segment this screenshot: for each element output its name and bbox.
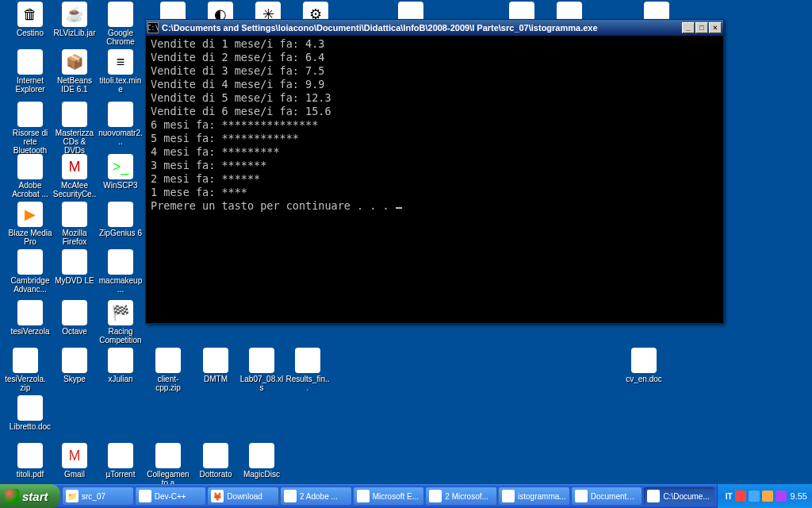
desktop-icon[interactable]: Google Chrome	[98, 2, 143, 46]
desktop-icon[interactable]: Zclient-cpp.zip	[146, 348, 190, 392]
icon-label: Lab07_08.xls	[239, 375, 284, 392]
task-icon: 📁	[66, 490, 79, 502]
tray-icon[interactable]	[749, 491, 760, 502]
app-icon: Z	[13, 348, 38, 373]
desktop-icon[interactable]: PResults_fin...	[285, 348, 330, 392]
desktop-icon[interactable]: Mozilla Firefox	[52, 202, 97, 246]
desktop-icon[interactable]: Wcv_en.doc	[622, 348, 666, 383]
taskbar-button[interactable]: ▪C:\Docume...	[643, 487, 715, 506]
app-icon: 🗑	[17, 2, 43, 27]
task-icon: ▪	[647, 490, 660, 502]
start-button[interactable]: start	[0, 484, 60, 508]
app-icon	[203, 348, 228, 373]
desktop-icon[interactable]: ZZipGenius 6	[98, 202, 143, 237]
app-icon: Z	[155, 348, 181, 373]
icon-label: titoli.tex.mine	[98, 76, 143, 94]
taskbar: start 📁src_07◧Dev-C++🦊DownloadA2 Adobe .…	[0, 484, 812, 508]
icon-label: RLVizLib.jar	[52, 29, 97, 37]
desktop-icon[interactable]: Ptitoli.pdf	[8, 443, 52, 479]
desktop-icon[interactable]: ◎Octave	[52, 300, 97, 336]
app-icon: P	[17, 443, 43, 468]
taskbar-button[interactable]: ◧Dev-C++	[135, 487, 207, 506]
task-label: C:\Docume...	[663, 492, 709, 501]
clock[interactable]: 9.55	[791, 491, 807, 501]
app-icon: ◎	[62, 300, 87, 325]
minimize-button[interactable]: _	[682, 22, 695, 33]
desktop-icon[interactable]: eInternet Explorer	[8, 49, 52, 94]
icon-label: DMTM	[193, 375, 238, 383]
desktop-icon[interactable]: SSkype	[52, 348, 97, 383]
desktop-icon[interactable]: 🗑Cestino	[8, 2, 52, 37]
desktop-icon[interactable]: ☕RLVizLib.jar	[52, 2, 97, 37]
taskbar-buttons: 📁src_07◧Dev-C++🦊DownloadA2 Adobe ...XMic…	[60, 484, 717, 508]
desktop-icon[interactable]: µµTorrent	[98, 443, 143, 479]
desktop-icon[interactable]: 📦NetBeans IDE 6.1	[52, 49, 97, 94]
desktop-icon[interactable]: MagicDisc	[239, 443, 284, 479]
desktop-icon[interactable]: Dottorato	[193, 443, 238, 479]
app-icon	[108, 102, 133, 127]
icon-label: Gmail	[52, 470, 97, 479]
desktop-icon[interactable]: ▶Blaze Media Pro	[8, 202, 52, 246]
desktop-icon[interactable]: nuovomatr2...	[98, 102, 143, 146]
icon-label: µTorrent	[98, 470, 143, 479]
tray-icon[interactable]	[762, 491, 773, 502]
task-label: Dev-C++	[155, 492, 186, 501]
task-label: src_07	[82, 492, 105, 501]
task-icon: ⊞	[502, 490, 515, 502]
taskbar-button[interactable]: WDocumento ...	[571, 487, 643, 506]
taskbar-button[interactable]: A2 Adobe ...	[280, 487, 352, 506]
console-output[interactable]: Vendite di 1 mese/i fa: 4.3 Vendite di 2…	[149, 36, 720, 320]
app-icon	[203, 443, 228, 468]
app-icon: 🏁	[108, 300, 133, 325]
icon-label: MyDVD LE	[52, 276, 97, 285]
desktop-icon[interactable]: >_WinSCP3	[98, 154, 143, 190]
task-icon: ◧	[139, 490, 151, 502]
system-tray[interactable]: IT 9.55	[717, 484, 812, 508]
desktop-icon[interactable]: xJulian	[98, 348, 143, 383]
icon-label: Cestino	[8, 29, 52, 37]
app-icon: W	[17, 395, 43, 421]
desktop-icon[interactable]: ≡titoli.tex.mine	[98, 49, 143, 94]
app-icon: W	[631, 348, 657, 373]
titlebar[interactable]: C:\ C:\Documents and Settings\loiacono\D…	[146, 20, 723, 36]
desktop-icon[interactable]: Cambridge Advanc...	[8, 249, 52, 294]
cmd-icon: C:\	[147, 22, 159, 33]
app-icon: e	[17, 49, 43, 75]
language-indicator[interactable]: IT	[726, 492, 733, 501]
desktop-icon[interactable]: macmakeup...	[98, 249, 143, 294]
taskbar-button[interactable]: 🦊Download	[207, 487, 279, 506]
icon-label: cv_en.doc	[622, 375, 666, 383]
icon-label: titoli.pdf	[8, 470, 52, 479]
icon-label: Internet Explorer	[8, 76, 52, 94]
app-icon: S	[62, 348, 87, 373]
icon-label: WinSCP3	[98, 181, 143, 190]
app-icon: µ	[108, 443, 133, 468]
app-icon	[62, 249, 87, 275]
desktop-icon[interactable]: XLab07_08.xls	[239, 348, 284, 392]
task-label: 2 Microsof...	[445, 492, 488, 501]
taskbar-button[interactable]: XMicrosoft E...	[353, 487, 425, 506]
desktop-icon[interactable]: AAdobe Acrobat ...	[8, 154, 52, 198]
app-icon	[108, 348, 133, 373]
taskbar-button[interactable]: ⊞istogramma...	[498, 487, 570, 506]
icon-label: tesiVerzola	[8, 327, 52, 336]
desktop-icon[interactable]: WLibretto.doc	[8, 395, 52, 431]
tray-icon[interactable]	[735, 491, 746, 502]
taskbar-button[interactable]: W2 Microsof...	[425, 487, 497, 506]
taskbar-button[interactable]: 📁src_07	[62, 487, 134, 506]
desktop-icon[interactable]: MMcAfee SecurityCe...	[52, 154, 97, 207]
tray-icon[interactable]	[776, 491, 787, 502]
desktop-icon[interactable]: DMTM	[193, 348, 238, 383]
desktop-icon[interactable]: Masterizza CDs & DVDs	[52, 102, 97, 155]
desktop-icon[interactable]: MyDVD LE	[52, 249, 97, 285]
icon-label: Mozilla Firefox	[52, 229, 97, 246]
task-icon: W	[575, 490, 588, 502]
desktop-icon[interactable]: MGmail	[52, 443, 97, 479]
close-button[interactable]: ×	[709, 22, 722, 33]
desktop-icon[interactable]: ZtesiVerzola.zip	[3, 348, 48, 392]
desktop-icon[interactable]: ᛒRisorse di rete Bluetooth	[8, 102, 52, 155]
maximize-button[interactable]: □	[695, 22, 708, 33]
desktop-icon[interactable]: tesiVerzola	[8, 300, 52, 336]
app-icon: P	[295, 348, 320, 373]
desktop-icon[interactable]: 🏁Racing Competition	[98, 300, 143, 344]
